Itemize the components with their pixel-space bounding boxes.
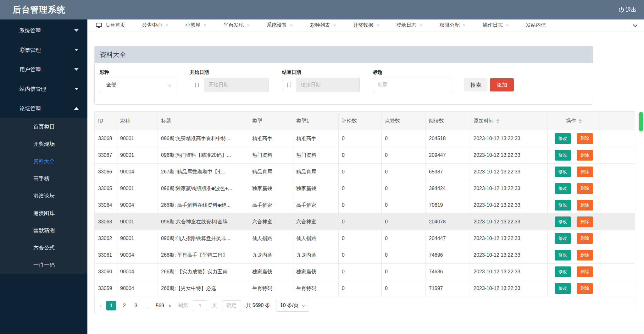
sidebar-item-高手榜[interactable]: 高手榜 [0, 170, 87, 187]
cell-comments: 0 [339, 164, 382, 180]
delete-button[interactable]: 删除 [577, 200, 593, 211]
tab-list-dropdown-button[interactable] [626, 19, 644, 31]
edit-button[interactable]: 修改 [555, 183, 571, 194]
sidebar-item-六合公式[interactable]: 六合公式 [0, 239, 87, 256]
delete-button[interactable]: 删除 [577, 133, 593, 144]
page-button-1[interactable]: 1 [106, 301, 116, 310]
tab-label: 小黑屋 [185, 22, 200, 29]
delete-button[interactable]: 删除 [577, 216, 593, 227]
sidebar-group-3[interactable]: 用户管理 [0, 60, 87, 79]
edit-button[interactable]: 修改 [555, 250, 571, 260]
cell-comments: 0 [339, 247, 382, 264]
edit-button[interactable]: 修改 [555, 216, 571, 227]
page-size-select[interactable]: 10 条/页 [276, 300, 309, 312]
sidebar-group-1[interactable]: 系统管理 [0, 21, 87, 40]
tab-权限分配[interactable]: 权限分配× [431, 19, 474, 31]
close-icon[interactable]: × [203, 23, 206, 28]
tab-平台发现[interactable]: 平台发现× [215, 19, 258, 31]
logout-button[interactable]: 退出 [616, 0, 639, 19]
edit-button[interactable]: 修改 [555, 200, 571, 211]
cell-id: 33061 [95, 247, 117, 264]
sort-icon[interactable] [496, 119, 499, 123]
page-unit-label: 页 [212, 302, 217, 309]
close-icon[interactable]: × [376, 23, 379, 28]
goto-confirm-button[interactable]: 确定 [222, 300, 241, 311]
page-button-569[interactable]: 569 [156, 303, 164, 309]
cell-filler [600, 264, 635, 280]
page-button-2[interactable]: 2 [121, 303, 128, 309]
column-header-label: 添加时间 [474, 118, 494, 123]
sidebar-item-首页类目[interactable]: 首页类目 [0, 118, 87, 135]
sidebar-item-开奖现场[interactable]: 开奖现场 [0, 135, 87, 153]
sidebar-group-4[interactable]: 站内信管理 [0, 79, 87, 99]
sidebar-item-幽默猜测[interactable]: 幽默猜测 [0, 222, 87, 239]
edit-button[interactable]: 修改 [555, 266, 571, 277]
tab-系统设置[interactable]: 系统设置× [258, 19, 301, 31]
end-date-input[interactable]: 结束日期 [282, 78, 360, 92]
tab-彩种列表[interactable]: 彩种列表× [301, 19, 344, 31]
next-page-button[interactable]: › [169, 302, 171, 309]
sidebar-item-港澳论坛[interactable]: 港澳论坛 [0, 187, 87, 205]
edit-button[interactable]: 修改 [555, 150, 571, 161]
column-header-label: 点赞数 [385, 118, 400, 123]
page-button-3[interactable]: 3 [132, 303, 139, 309]
table-row: 3305990004266期:【男女中特】必选生肖特码生肖特码007159720… [95, 280, 635, 297]
column-header-操作[interactable]: 操作 [548, 112, 600, 130]
title-input[interactable] [373, 78, 451, 92]
chevron-down-icon [74, 68, 79, 71]
edit-button[interactable]: 修改 [555, 283, 571, 294]
close-icon[interactable]: × [419, 23, 422, 28]
cell-likes: 0 [382, 230, 426, 247]
tab-发站内信[interactable]: 发站内信 [517, 19, 554, 31]
close-icon[interactable]: × [247, 23, 250, 28]
start-date-input[interactable]: 开始日期 [190, 78, 269, 92]
edit-button[interactable]: 修改 [555, 167, 571, 177]
delete-button[interactable]: 删除 [577, 250, 593, 260]
goto-page-input[interactable] [193, 300, 207, 311]
add-button[interactable]: 添加 [490, 78, 514, 91]
tab-label: 登录日志 [396, 22, 416, 29]
sidebar-group-label: 论坛管理 [19, 105, 41, 112]
cell-title: 096期:仙人指路铁算盘开奖非... [158, 230, 249, 247]
cell-type: 独家赢钱 [249, 264, 293, 280]
delete-button[interactable]: 删除 [577, 150, 593, 161]
chevron-down-icon [74, 49, 79, 51]
lottery-select[interactable]: 全部 [100, 78, 177, 92]
close-icon[interactable]: × [463, 23, 465, 28]
column-header-添加时间[interactable]: 添加时间 [470, 112, 548, 130]
tab-小黑屋[interactable]: 小黑屋× [177, 19, 215, 31]
tab-登录日志[interactable]: 登录日志× [388, 19, 431, 31]
prev-page-button[interactable]: ‹ [100, 302, 102, 309]
edit-button[interactable]: 修改 [555, 233, 571, 244]
tab-操作日志[interactable]: 操作日志× [474, 19, 517, 31]
sidebar-item-一肖一码[interactable]: 一肖一码 [0, 256, 87, 274]
vertical-scrollbar-thumb[interactable] [639, 112, 643, 131]
tab-开奖数据[interactable]: 开奖数据× [345, 19, 388, 31]
sidebar-group-2[interactable]: 彩票管理 [0, 40, 87, 60]
calendar-icon [190, 78, 204, 92]
table-row: 3306290001096期:仙人指路铁算盘开奖非...仙人指路仙人指路0020… [95, 230, 635, 247]
delete-button[interactable]: 删除 [577, 183, 593, 194]
sidebar-item-港澳图库[interactable]: 港澳图库 [0, 205, 87, 222]
sort-icon[interactable] [579, 119, 582, 123]
cell-type1: 高手解密 [293, 197, 339, 214]
delete-button[interactable]: 删除 [577, 233, 593, 244]
sidebar-group-5[interactable]: 论坛管理 [0, 99, 87, 118]
close-icon[interactable]: × [290, 23, 293, 28]
cell-actions: 修改删除 [548, 197, 600, 214]
sidebar-item-资料大全[interactable]: 资料大全 [0, 153, 87, 170]
tab-label: 后台首页 [105, 22, 125, 29]
tab-home[interactable]: 后台首页 [87, 19, 134, 31]
search-button[interactable]: 搜索 [464, 78, 487, 91]
close-icon[interactable]: × [506, 23, 509, 28]
delete-button[interactable]: 删除 [577, 167, 593, 177]
close-icon[interactable]: × [165, 23, 168, 28]
edit-button[interactable]: 修改 [555, 133, 571, 144]
cell-filler [600, 180, 635, 197]
cell-filler [600, 247, 635, 264]
tab-公告中心[interactable]: 公告中心× [134, 19, 177, 31]
cell-title: 096期:六合神童在线资料[金牌... [158, 214, 249, 230]
close-icon[interactable]: × [333, 23, 336, 28]
delete-button[interactable]: 删除 [577, 266, 593, 277]
delete-button[interactable]: 删除 [577, 283, 593, 294]
